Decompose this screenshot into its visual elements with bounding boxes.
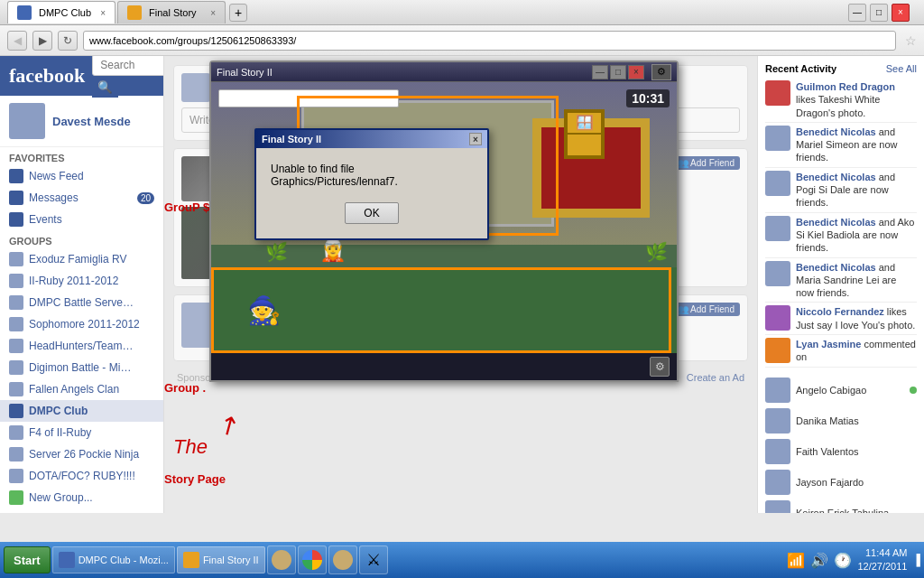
tab-final-story-close[interactable]: ×	[210, 8, 216, 18]
sidebar-item-dmpc-battle[interactable]: DMPC Battle Server - Reco...	[0, 292, 163, 313]
game-maximize[interactable]: □	[610, 65, 626, 79]
error-dialog: Final Story II × Unable to find file Gra…	[254, 128, 489, 240]
browser-nav: ◀ ▶ ↻ ☆	[0, 25, 924, 56]
address-bar[interactable]	[83, 31, 896, 51]
taskbar-icon-chrome[interactable]	[298, 545, 327, 574]
taskbar-show-desktop[interactable]: ▐	[912, 554, 920, 566]
game-controls: — □ ×	[592, 65, 644, 79]
tab-dmpc-close[interactable]: ×	[100, 8, 106, 18]
sidebar-item-server26[interactable]: Server 26 Pockie Ninja	[0, 443, 163, 465]
news-avatar-2	[765, 126, 790, 151]
dialog-message: Unable to find file Graphics/Pictures/le…	[271, 163, 473, 188]
refresh-button[interactable]: ↻	[58, 31, 78, 51]
friend-avatar-4	[765, 470, 790, 495]
dialog-close-button[interactable]: ×	[469, 133, 482, 145]
bookmark-star[interactable]: ☆	[905, 33, 917, 48]
minimize-browser[interactable]: —	[848, 4, 866, 22]
news-item-7: Lyan Jasmine commented on	[765, 335, 917, 368]
tab-dmpc-club[interactable]: DMPC Club ×	[7, 1, 116, 23]
search-button[interactable]: 🔍	[92, 76, 118, 98]
sidebar-item-events[interactable]: Events	[0, 209, 163, 230]
news-item-3: Benedict Nicolas and Pogi Si Dale are no…	[765, 168, 917, 213]
game-gear-button[interactable]: ⚙	[650, 357, 670, 377]
taskbar-icon-league[interactable]	[267, 545, 296, 574]
add-friend-button-1[interactable]: 👥 Add Friend	[672, 156, 740, 170]
taskbar-datetime: 11:44 AM 12/27/2011	[857, 546, 907, 574]
friend-item-keiron[interactable]: Keiron Erick Tabulina	[765, 498, 917, 513]
recent-activity-header: Recent Activity See All	[765, 63, 917, 74]
taskbar-icon-2	[183, 552, 199, 568]
friend-item-jayson[interactable]: Jayson Fajardo	[765, 467, 917, 498]
facebook-main: Write Po... Link Sandre Good Pro Version…	[164, 56, 757, 513]
game-search	[218, 89, 399, 107]
start-button[interactable]: Start	[4, 546, 51, 573]
forward-button[interactable]: ▶	[32, 31, 52, 51]
dialog-content: Unable to find file Graphics/Pictures/le…	[256, 148, 487, 238]
league-icon-2	[333, 550, 353, 570]
sidebar-item-f4[interactable]: F4 of II-Ruby	[0, 422, 163, 443]
sidebar-item-iiruby[interactable]: II-Ruby 2011-2012	[0, 270, 163, 292]
group-label-10: Server 26 Pockie Ninja	[29, 448, 139, 461]
tab-dmpc-label: DMPC Club	[39, 7, 91, 18]
game-minimize[interactable]: —	[592, 65, 608, 79]
add-friend-button-2[interactable]: 👥 Add Friend	[672, 303, 740, 316]
sidebar-item-dmpc-club[interactable]: DMPC Club	[0, 400, 163, 422]
back-button[interactable]: ◀	[7, 31, 27, 51]
sidebar-item-fallen[interactable]: Fallen Angels Clan	[0, 378, 163, 400]
messages-badge: 20	[137, 192, 154, 204]
annotation-the: The	[173, 435, 208, 459]
game-close[interactable]: ×	[628, 65, 644, 79]
facebook-right-sidebar: Recent Activity See All Guilmon Red Drag…	[757, 56, 924, 513]
game-bottom-bar: ⚙	[211, 353, 677, 380]
group-icon-2	[9, 274, 23, 288]
dialog-ok-button[interactable]: OK	[345, 202, 398, 224]
taskbar-icon-lol2[interactable]	[328, 545, 357, 574]
sidebar-item-exoduz[interactable]: Exoduz Famiglia RV	[0, 248, 163, 270]
group-label-1: Exoduz Famiglia RV	[29, 253, 127, 266]
group-icon-11	[9, 469, 23, 483]
friend-item-danika[interactable]: Danika Matias	[765, 406, 917, 436]
sidebar-item-headhunters[interactable]: HeadHunters/TeamPhilippin...	[0, 335, 163, 357]
friend-name-1: Angelo Cabigao	[796, 385, 904, 396]
see-all-link[interactable]: See All	[886, 63, 917, 74]
new-tab-button[interactable]: +	[229, 4, 247, 22]
online-indicator-1	[910, 387, 917, 394]
sidebar-item-newsfeed[interactable]: News Feed	[0, 165, 163, 187]
taskbar-date: 12/27/2011	[857, 560, 907, 573]
maximize-browser[interactable]: □	[870, 4, 888, 22]
sidebar-item-digimon[interactable]: Digimon Battle - Mihira Server	[0, 357, 163, 378]
group-icon-10	[9, 447, 23, 461]
taskbar-icon-sword[interactable]: ⚔	[359, 545, 388, 574]
news-text-5: Benedict Nicolas and Maria Sandrine Lei …	[796, 261, 917, 300]
group-icon-4	[9, 317, 23, 331]
write-post-avatar	[181, 73, 210, 102]
messages-label: Messages	[29, 191, 79, 204]
sidebar-item-messages[interactable]: Messages 20	[0, 187, 163, 209]
game-settings-btn[interactable]: ⚙	[651, 64, 671, 80]
group-label-2: II-Ruby 2011-2012	[29, 275, 118, 287]
taskbar-item-2[interactable]: Final Story II	[177, 546, 265, 573]
news-item-2: Benedict Nicolas and Mariel Simeon are n…	[765, 123, 917, 168]
sidebar-item-dota[interactable]: DOTA/FOC? RUBY!!!!	[0, 465, 163, 487]
close-browser[interactable]: ×	[892, 4, 910, 22]
sidebar-item-new-group[interactable]: New Group...	[0, 487, 163, 508]
taskbar-clock-icon: 🕐	[834, 552, 852, 569]
friend-name-3: Faith Valentos	[796, 446, 917, 457]
news-avatar-3	[765, 171, 790, 196]
sidebar-user-profile[interactable]: Davest Mesde	[0, 96, 163, 147]
tab-final-story[interactable]: Final Story ×	[117, 1, 226, 23]
group-icon-3	[9, 295, 23, 310]
friend-avatar-5	[765, 500, 790, 513]
group-label-3: DMPC Battle Server - Reco...	[29, 296, 137, 309]
facebook-sidebar: facebook 🔍 Davest Mesde FAVORITES News F…	[0, 56, 164, 513]
annotation-story-page: Story Page	[164, 472, 226, 486]
create-ad-link[interactable]: Create an Ad	[687, 372, 744, 383]
news-avatar-6	[765, 305, 790, 331]
dialog-button-row: OK	[271, 202, 473, 224]
sidebar-item-sophomore[interactable]: Sophomore 2011-2012	[0, 313, 163, 335]
friend-item-faith[interactable]: Faith Valentos	[765, 436, 917, 467]
friend-item-angelo[interactable]: Angelo Cabigao	[765, 375, 917, 406]
search-input[interactable]	[92, 56, 164, 76]
taskbar-item-1[interactable]: DMPC Club - Mozi...	[52, 546, 175, 573]
group-label-4: Sophomore 2011-2012	[29, 318, 140, 331]
